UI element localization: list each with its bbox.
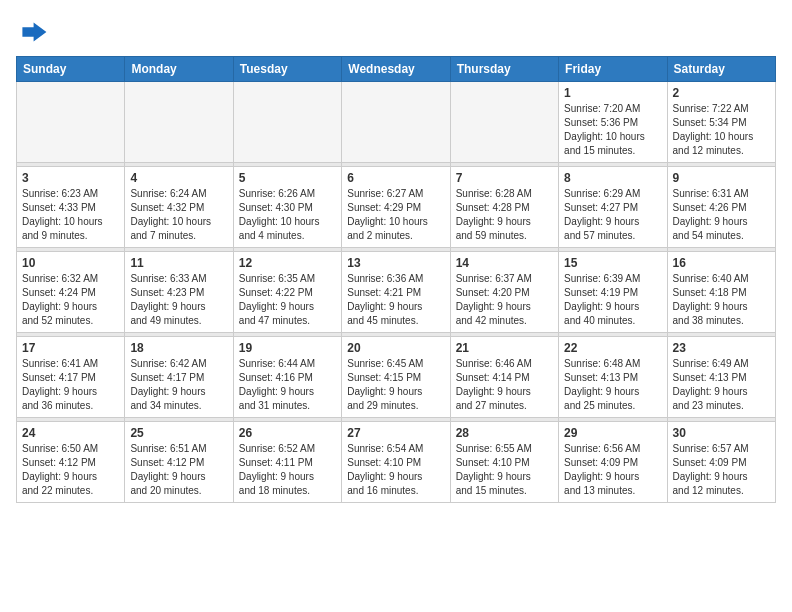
day-number: 2 [673, 86, 770, 100]
day-number: 14 [456, 256, 553, 270]
day-number: 9 [673, 171, 770, 185]
calendar-cell: 3Sunrise: 6:23 AM Sunset: 4:33 PM Daylig… [17, 167, 125, 248]
calendar-cell: 7Sunrise: 6:28 AM Sunset: 4:28 PM Daylig… [450, 167, 558, 248]
day-number: 12 [239, 256, 336, 270]
day-info: Sunrise: 6:41 AM Sunset: 4:17 PM Dayligh… [22, 357, 119, 413]
header [16, 16, 776, 48]
day-number: 7 [456, 171, 553, 185]
day-number: 4 [130, 171, 227, 185]
calendar-cell [17, 82, 125, 163]
day-info: Sunrise: 6:46 AM Sunset: 4:14 PM Dayligh… [456, 357, 553, 413]
day-info: Sunrise: 6:23 AM Sunset: 4:33 PM Dayligh… [22, 187, 119, 243]
day-info: Sunrise: 6:29 AM Sunset: 4:27 PM Dayligh… [564, 187, 661, 243]
weekday-header: Friday [559, 57, 667, 82]
day-info: Sunrise: 6:45 AM Sunset: 4:15 PM Dayligh… [347, 357, 444, 413]
day-number: 25 [130, 426, 227, 440]
calendar-cell: 13Sunrise: 6:36 AM Sunset: 4:21 PM Dayli… [342, 252, 450, 333]
calendar-cell [125, 82, 233, 163]
day-info: Sunrise: 6:54 AM Sunset: 4:10 PM Dayligh… [347, 442, 444, 498]
calendar-cell: 6Sunrise: 6:27 AM Sunset: 4:29 PM Daylig… [342, 167, 450, 248]
day-number: 30 [673, 426, 770, 440]
day-info: Sunrise: 6:44 AM Sunset: 4:16 PM Dayligh… [239, 357, 336, 413]
calendar-cell: 26Sunrise: 6:52 AM Sunset: 4:11 PM Dayli… [233, 422, 341, 503]
day-number: 29 [564, 426, 661, 440]
day-number: 17 [22, 341, 119, 355]
day-number: 23 [673, 341, 770, 355]
day-info: Sunrise: 6:55 AM Sunset: 4:10 PM Dayligh… [456, 442, 553, 498]
day-info: Sunrise: 6:37 AM Sunset: 4:20 PM Dayligh… [456, 272, 553, 328]
calendar-week-row: 24Sunrise: 6:50 AM Sunset: 4:12 PM Dayli… [17, 422, 776, 503]
calendar-cell: 9Sunrise: 6:31 AM Sunset: 4:26 PM Daylig… [667, 167, 775, 248]
calendar: SundayMondayTuesdayWednesdayThursdayFrid… [16, 56, 776, 503]
day-number: 26 [239, 426, 336, 440]
calendar-week-row: 1Sunrise: 7:20 AM Sunset: 5:36 PM Daylig… [17, 82, 776, 163]
day-number: 18 [130, 341, 227, 355]
day-info: Sunrise: 6:42 AM Sunset: 4:17 PM Dayligh… [130, 357, 227, 413]
day-number: 20 [347, 341, 444, 355]
day-info: Sunrise: 6:51 AM Sunset: 4:12 PM Dayligh… [130, 442, 227, 498]
day-info: Sunrise: 6:36 AM Sunset: 4:21 PM Dayligh… [347, 272, 444, 328]
calendar-cell: 2Sunrise: 7:22 AM Sunset: 5:34 PM Daylig… [667, 82, 775, 163]
day-info: Sunrise: 6:35 AM Sunset: 4:22 PM Dayligh… [239, 272, 336, 328]
day-info: Sunrise: 6:39 AM Sunset: 4:19 PM Dayligh… [564, 272, 661, 328]
svg-marker-0 [22, 22, 46, 41]
calendar-cell [450, 82, 558, 163]
day-info: Sunrise: 6:24 AM Sunset: 4:32 PM Dayligh… [130, 187, 227, 243]
weekday-header: Tuesday [233, 57, 341, 82]
day-number: 22 [564, 341, 661, 355]
weekday-header: Thursday [450, 57, 558, 82]
day-info: Sunrise: 6:56 AM Sunset: 4:09 PM Dayligh… [564, 442, 661, 498]
day-info: Sunrise: 7:20 AM Sunset: 5:36 PM Dayligh… [564, 102, 661, 158]
day-info: Sunrise: 6:33 AM Sunset: 4:23 PM Dayligh… [130, 272, 227, 328]
page: SundayMondayTuesdayWednesdayThursdayFrid… [0, 0, 792, 513]
day-number: 8 [564, 171, 661, 185]
calendar-cell: 17Sunrise: 6:41 AM Sunset: 4:17 PM Dayli… [17, 337, 125, 418]
calendar-cell: 11Sunrise: 6:33 AM Sunset: 4:23 PM Dayli… [125, 252, 233, 333]
day-info: Sunrise: 6:49 AM Sunset: 4:13 PM Dayligh… [673, 357, 770, 413]
day-info: Sunrise: 6:31 AM Sunset: 4:26 PM Dayligh… [673, 187, 770, 243]
weekday-header: Wednesday [342, 57, 450, 82]
day-number: 16 [673, 256, 770, 270]
day-info: Sunrise: 7:22 AM Sunset: 5:34 PM Dayligh… [673, 102, 770, 158]
day-number: 28 [456, 426, 553, 440]
day-info: Sunrise: 6:40 AM Sunset: 4:18 PM Dayligh… [673, 272, 770, 328]
calendar-cell: 23Sunrise: 6:49 AM Sunset: 4:13 PM Dayli… [667, 337, 775, 418]
day-info: Sunrise: 6:32 AM Sunset: 4:24 PM Dayligh… [22, 272, 119, 328]
day-number: 27 [347, 426, 444, 440]
weekday-header: Monday [125, 57, 233, 82]
calendar-cell: 10Sunrise: 6:32 AM Sunset: 4:24 PM Dayli… [17, 252, 125, 333]
day-info: Sunrise: 6:52 AM Sunset: 4:11 PM Dayligh… [239, 442, 336, 498]
day-info: Sunrise: 6:26 AM Sunset: 4:30 PM Dayligh… [239, 187, 336, 243]
day-number: 6 [347, 171, 444, 185]
calendar-cell: 29Sunrise: 6:56 AM Sunset: 4:09 PM Dayli… [559, 422, 667, 503]
calendar-cell: 25Sunrise: 6:51 AM Sunset: 4:12 PM Dayli… [125, 422, 233, 503]
calendar-week-row: 3Sunrise: 6:23 AM Sunset: 4:33 PM Daylig… [17, 167, 776, 248]
day-number: 15 [564, 256, 661, 270]
calendar-cell [233, 82, 341, 163]
day-number: 11 [130, 256, 227, 270]
logo-icon [16, 16, 48, 48]
logo [16, 16, 52, 48]
calendar-cell: 22Sunrise: 6:48 AM Sunset: 4:13 PM Dayli… [559, 337, 667, 418]
day-info: Sunrise: 6:27 AM Sunset: 4:29 PM Dayligh… [347, 187, 444, 243]
calendar-cell: 28Sunrise: 6:55 AM Sunset: 4:10 PM Dayli… [450, 422, 558, 503]
day-info: Sunrise: 6:50 AM Sunset: 4:12 PM Dayligh… [22, 442, 119, 498]
calendar-cell: 19Sunrise: 6:44 AM Sunset: 4:16 PM Dayli… [233, 337, 341, 418]
calendar-cell: 27Sunrise: 6:54 AM Sunset: 4:10 PM Dayli… [342, 422, 450, 503]
calendar-cell: 18Sunrise: 6:42 AM Sunset: 4:17 PM Dayli… [125, 337, 233, 418]
calendar-cell [342, 82, 450, 163]
day-info: Sunrise: 6:28 AM Sunset: 4:28 PM Dayligh… [456, 187, 553, 243]
day-number: 13 [347, 256, 444, 270]
calendar-week-row: 17Sunrise: 6:41 AM Sunset: 4:17 PM Dayli… [17, 337, 776, 418]
calendar-cell: 21Sunrise: 6:46 AM Sunset: 4:14 PM Dayli… [450, 337, 558, 418]
day-number: 24 [22, 426, 119, 440]
day-info: Sunrise: 6:57 AM Sunset: 4:09 PM Dayligh… [673, 442, 770, 498]
day-number: 5 [239, 171, 336, 185]
calendar-cell: 14Sunrise: 6:37 AM Sunset: 4:20 PM Dayli… [450, 252, 558, 333]
day-number: 1 [564, 86, 661, 100]
day-number: 3 [22, 171, 119, 185]
calendar-cell: 8Sunrise: 6:29 AM Sunset: 4:27 PM Daylig… [559, 167, 667, 248]
calendar-cell: 20Sunrise: 6:45 AM Sunset: 4:15 PM Dayli… [342, 337, 450, 418]
weekday-header: Saturday [667, 57, 775, 82]
calendar-cell: 15Sunrise: 6:39 AM Sunset: 4:19 PM Dayli… [559, 252, 667, 333]
